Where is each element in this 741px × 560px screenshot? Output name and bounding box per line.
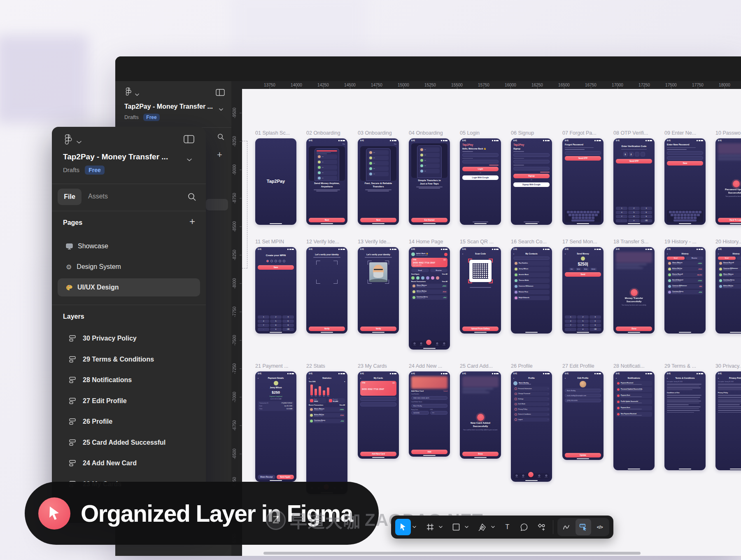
avatar [420,159,423,162]
canvas-frame[interactable]: 9:41‹Scan CodeUpload From Gallery [460,247,501,334]
text-line [718,157,741,158]
pen-tool-button[interactable] [475,519,489,535]
notif-text: New Payment Received [621,413,651,416]
horizontal-scrollbar[interactable] [263,552,641,555]
status-icons [543,373,550,374]
phone-titlebar: ‹History [667,252,703,255]
txn-amount: +$450 [698,263,702,264]
card-row [360,397,396,401]
blurred-content [616,252,652,268]
layer-row[interactable]: 24 Add New Card [58,454,200,472]
canvas-frame[interactable]: 9:41‹ProfileMark ShelbyPersonal Informat… [511,371,552,482]
layer-row[interactable]: 26 Profile [58,413,200,431]
canvas-frame[interactable]: 9:41Add New CardCancelCard Number9982 33… [409,371,450,457]
canvas-frame[interactable]: 9:41Skip—————Send Money Anytime,Anywhere… [306,138,347,225]
canvas-frame[interactable]: 9:41Create your MPINSave123456789.0⌫ [255,247,296,334]
canvas-frame[interactable]: 9:41Tap2PaySignupSignupOrSignup With Goo… [511,138,552,225]
chevron-right-icon: › [548,413,548,415]
frame-corner [333,280,338,284]
sidebar-page-showcase[interactable]: Showcase [58,237,200,255]
comment-tool-button[interactable] [517,519,531,535]
txn-amount: +$450 [340,409,344,411]
shape-tool-chevron-icon[interactable] [464,526,469,528]
phone-screen: 9:41‹Scan CodeUpload From Gallery [460,247,501,334]
canvas-frame[interactable]: 9:41‹My ContactsRoy HawkinsJenny WilsonA… [511,247,552,334]
canvas-frame[interactable]: 9:41‹Terms & ConditionsLast update: Janu… [664,371,706,470]
txn-text: — [322,172,324,173]
input-field [565,151,601,155]
selection-dashed-outline [242,141,247,268]
search-icon[interactable] [217,133,224,142]
panel-toggle-icon[interactable] [216,89,225,98]
frame-tool-button[interactable] [423,519,437,535]
chevron-down-icon[interactable] [77,138,82,145]
canvas-frame[interactable]: 9:41‹My CardsVISA3455 4562 7710 3507Add … [358,371,399,459]
canvas-frame[interactable]: 9:41‹Privacy PolicyLast update: January … [715,371,741,470]
phone-screen: 9:41‹Terms & ConditionsLast update: Janu… [664,371,706,470]
layer-row[interactable]: 28 Notifications [58,371,200,389]
canvas-frame[interactable]: 9:41Money TransferSuccessfullyYour money… [613,247,655,334]
avatars-row [411,276,447,280]
card-row [360,402,396,406]
canvas-frame[interactable]: 9:41Let's verify your identityVerify [306,247,347,334]
search-icon[interactable] [188,193,196,203]
file-title[interactable]: Tap2Pay - Money Transfer ... [124,103,213,110]
canvas-frame[interactable]: 9:41Enter Verification Code52Send OTP123… [613,138,655,225]
canvas-frame[interactable]: 9:41‹NotificationsPayment ReceivedPasswo… [613,371,655,470]
tab-assets[interactable]: Assets [88,193,108,200]
canvas-frame[interactable]: 9:41Tap2PayHello, Welcome Back 👋LoginOrL… [460,138,501,225]
canvas-frame[interactable]: 9:41Password UpdatedSuccessfully!Your pa… [715,138,741,225]
sidebar-page-design-system[interactable]: ⚙Design System [58,258,200,276]
move-tool-button[interactable] [395,519,411,535]
measure-mode-button[interactable] [576,519,591,535]
shape-tool-button[interactable] [449,519,463,535]
sidebar-page-ui-ux-design[interactable]: UI/UX Design [58,278,200,296]
add-icon[interactable]: + [217,149,222,160]
pen-tool-chevron-icon[interactable] [490,526,496,528]
add-page-icon[interactable]: + [189,216,195,227]
menu-row: Logout› [513,418,550,422]
ruler-tick [591,87,591,89]
canvas-frame[interactable]: 9:41‹HistorySendReceiveDianne RussellJan… [715,247,741,334]
canvas-frame[interactable]: 9:41‹Edit ProfileMark Shelbymark.shelby@… [562,371,604,460]
layer-row[interactable]: 25 Card Added Successful [58,434,200,452]
layer-row[interactable]: 30 Privacy Policy [58,329,200,348]
chevron-down-icon[interactable] [135,90,139,98]
home-indicator [321,332,333,333]
phone-screen: 9:41Let's verify your identityVerify [358,247,399,334]
canvas-frame[interactable]: 9:41Let's verify your identityVerify [358,247,399,334]
face-glasses [374,269,383,270]
active-page-row-sliver[interactable] [206,199,228,210]
canvas-frame[interactable]: 9:41New Card AddedSuccessfullyYour card … [460,371,501,459]
canvas-frame[interactable]: Tap2Pay [255,138,296,225]
canvas-frame[interactable]: 9:41‹StatisticsYear 2026▾JanFebMarAprMay… [306,371,347,494]
canvas-frame[interactable]: 9:41—————Simple Transfers inJust a Few T… [409,138,450,225]
phone-titlebar: ‹Payment Details [258,376,294,380]
canvas-frame[interactable]: 9:41‹Send Money$250|$10$100$500$1000Send… [562,247,604,334]
layer-row[interactable]: 29 Terms & Conditions [58,350,200,369]
updated-label: Last update: January 09, 2026 [718,381,741,383]
text-tool-button[interactable]: T [501,519,514,535]
canvas-frame[interactable]: 9:41Hello! Mark 👋Welcome to your walletV… [409,247,450,350]
canvas-frame[interactable]: 9:41Enter New PasswordSave [664,138,706,225]
draw-annotate-button[interactable] [559,519,575,535]
phone-body: ‹Terms & ConditionsLast update: January … [664,375,706,470]
phone-button: Send Again [277,475,294,479]
txn-date: January 03, 2026 [672,269,682,271]
layer-row[interactable]: 27 Edit Profile [58,392,200,410]
canvas-frame[interactable]: 9:41Skip—————Fast, Secure & ReliableTran… [358,138,399,225]
frame-tool-chevron-icon[interactable] [438,526,443,528]
panel-toggle-icon[interactable] [184,135,194,145]
move-tool-chevron-icon[interactable] [412,526,417,528]
chevron-down-icon[interactable] [187,156,192,163]
canvas-frame[interactable]: 9:41Forgot PasswordSend OTP [562,138,604,225]
ruler-tick [377,87,377,89]
dev-code-button[interactable]: </> [592,519,608,535]
avatar [436,276,439,280]
canvas-frame[interactable]: 9:41‹HistorySendReceiveShane WatsonJanua… [664,247,706,334]
file-title[interactable]: Tap2Pay - Money Transfer ... [63,152,182,161]
actions-tool-button[interactable] [535,519,549,535]
canvas-frame[interactable]: 9:41‹Payment DetailsJenny Wilson$250Paym… [255,371,296,482]
tab-file[interactable]: File [58,189,82,205]
chevron-down-icon[interactable] [219,105,223,112]
